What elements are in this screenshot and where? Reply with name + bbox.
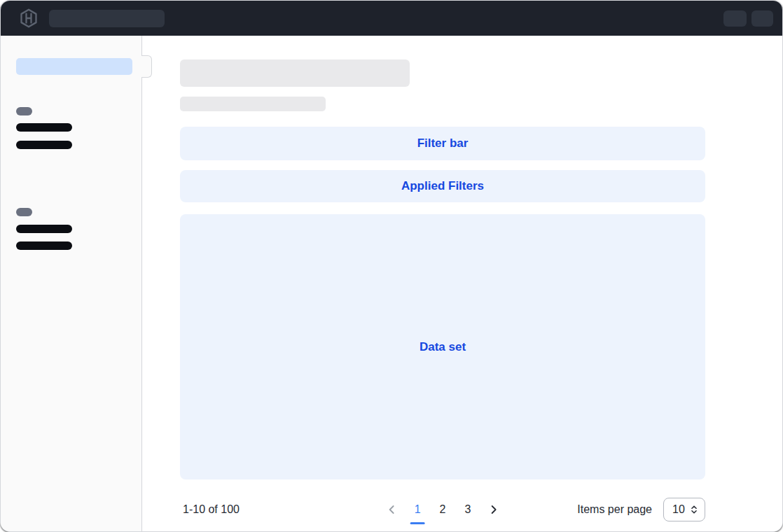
page-2-button[interactable]: 2 (436, 501, 450, 518)
sidebar-item-skeleton[interactable] (16, 241, 72, 250)
sidebar-item-skeleton[interactable] (16, 141, 72, 149)
main-content: Filter bar Applied Filters Data set 1-10… (142, 36, 782, 531)
chevron-right-icon (487, 504, 499, 515)
chevrons-up-down-icon (689, 505, 699, 514)
sidebar-item-skeleton[interactable] (16, 123, 72, 132)
sidebar-section-label-skeleton (16, 208, 32, 216)
items-per-page-value: 10 (672, 503, 685, 516)
page-title-skeleton (180, 59, 410, 87)
topbar-action-button-2[interactable] (751, 10, 773, 27)
items-per-page-select[interactable]: 10 (663, 498, 705, 522)
previous-page-button[interactable] (384, 501, 400, 518)
filter-bar-region[interactable]: Filter bar (180, 127, 705, 160)
pagination-nav: 1 2 3 (384, 501, 501, 518)
search-placeholder[interactable] (49, 10, 165, 27)
pagination: 1-10 of 100 1 2 3 Items per page (180, 494, 705, 525)
next-page-button[interactable] (485, 501, 501, 518)
sidebar-active-item-skeleton[interactable] (16, 58, 132, 75)
page-3-button[interactable]: 3 (460, 501, 475, 518)
top-navigation-bar (1, 1, 782, 36)
chevron-left-icon (387, 504, 398, 515)
sidebar (1, 36, 142, 531)
topbar-action-button-1[interactable] (723, 10, 747, 27)
applied-filters-region[interactable]: Applied Filters (180, 170, 705, 202)
sidebar-section-label-skeleton (16, 107, 32, 115)
applied-filters-label: Applied Filters (401, 179, 484, 193)
data-set-label: Data set (420, 340, 466, 354)
page-1-button[interactable]: 1 (410, 501, 425, 518)
sidebar-collapse-handle[interactable] (141, 55, 152, 78)
items-per-page: Items per page 10 (577, 498, 705, 522)
page-subtitle-skeleton (180, 97, 326, 111)
data-set-region[interactable]: Data set (180, 214, 705, 479)
sidebar-item-skeleton[interactable] (16, 225, 72, 233)
hashicorp-logo-icon (19, 8, 39, 28)
pagination-range-text: 1-10 of 100 (183, 503, 240, 516)
app-window: Filter bar Applied Filters Data set 1-10… (0, 0, 783, 532)
items-per-page-label: Items per page (577, 503, 652, 516)
filter-bar-label: Filter bar (417, 136, 469, 150)
